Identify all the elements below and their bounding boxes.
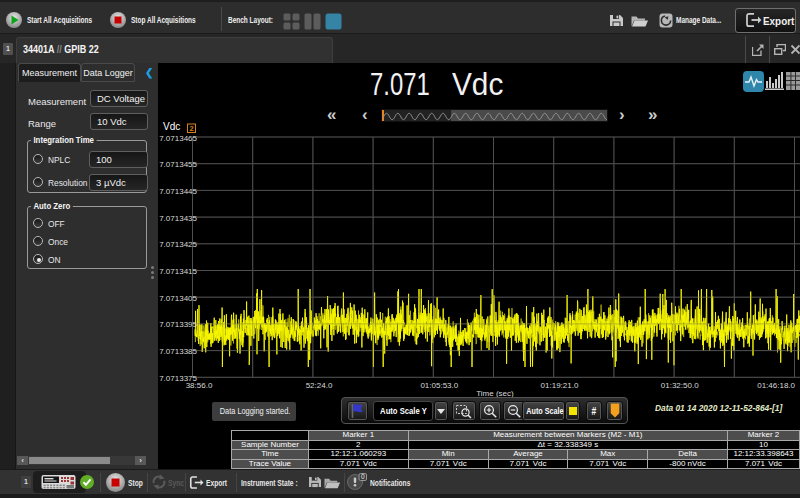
- svg-text:7.0713385: 7.0713385: [159, 347, 197, 356]
- svg-text:7.0713435: 7.0713435: [159, 214, 197, 223]
- svg-text:7.0713455: 7.0713455: [159, 160, 197, 169]
- svg-text:01:05:53.0: 01:05:53.0: [420, 381, 458, 390]
- svg-text:7.0713445: 7.0713445: [159, 187, 197, 196]
- svg-text:01:32:50.0: 01:32:50.0: [661, 381, 699, 390]
- svg-text:7.0713465: 7.0713465: [159, 134, 197, 143]
- svg-text:38:56.0: 38:56.0: [186, 381, 213, 390]
- svg-text:0: 0: [361, 473, 365, 480]
- svg-text:7.0713405: 7.0713405: [159, 294, 197, 303]
- svg-text:01:19:21.0: 01:19:21.0: [541, 381, 579, 390]
- svg-text:52:24.0: 52:24.0: [306, 381, 333, 390]
- svg-text:7.0713415: 7.0713415: [159, 267, 197, 276]
- svg-text:7.0713425: 7.0713425: [159, 240, 197, 249]
- svg-text:2: 2: [189, 124, 193, 133]
- svg-text:Vdc: Vdc: [163, 121, 180, 132]
- svg-text:01:46:18.0: 01:46:18.0: [757, 381, 795, 390]
- svg-text:7.0713395: 7.0713395: [159, 320, 197, 329]
